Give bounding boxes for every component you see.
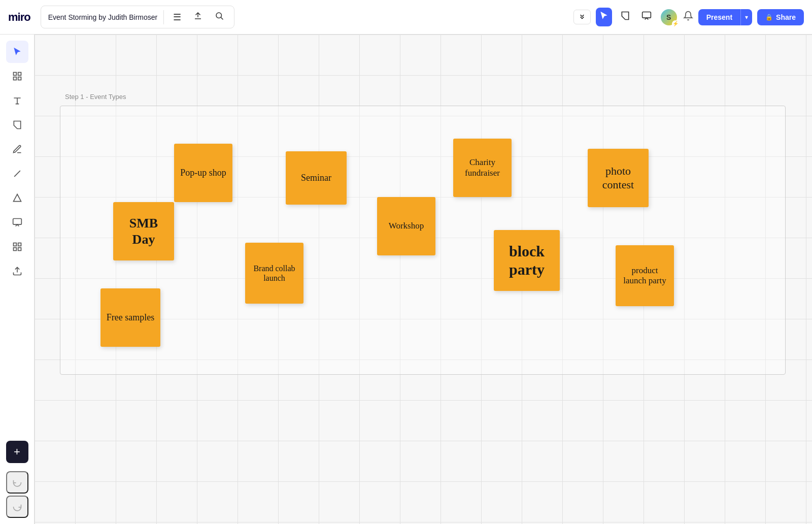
search-button[interactable] [212, 9, 227, 25]
present-group: Present ▾ [698, 9, 752, 25]
svg-point-0 [216, 13, 222, 18]
header-right: S Present ▾ Share [573, 8, 804, 26]
sticky-note-popup[interactable]: Pop-up shop [174, 144, 232, 202]
collapse-button[interactable] [573, 10, 591, 24]
sticky-note-seminar[interactable]: Seminar [286, 151, 347, 205]
menu-button[interactable]: ☰ [170, 10, 184, 25]
svg-rect-11 [13, 248, 16, 251]
sidebar: + [0, 35, 35, 524]
sidebar-item-upload[interactable] [6, 260, 28, 282]
sticky-note-workshop[interactable]: Workshop [377, 197, 435, 255]
document-title: Event Storming by Judith Birmoser [48, 13, 158, 21]
add-button[interactable]: + [6, 441, 28, 463]
svg-rect-12 [18, 248, 21, 251]
notifications-button[interactable] [683, 11, 693, 23]
section-label: Step 1 - Event Types [65, 93, 126, 101]
share-button[interactable]: Share [757, 9, 804, 25]
undo-button[interactable] [6, 471, 28, 494]
present-dropdown-button[interactable]: ▾ [740, 9, 752, 25]
sidebar-item-comment[interactable] [6, 211, 28, 234]
undo-redo-group [6, 471, 28, 518]
svg-rect-2 [642, 12, 651, 18]
user-avatar: S [660, 8, 678, 26]
svg-rect-9 [13, 243, 16, 246]
svg-rect-5 [13, 77, 16, 80]
svg-rect-3 [13, 73, 16, 76]
sticky-note-product[interactable]: product launch party [616, 245, 674, 306]
header: miro Event Storming by Judith Birmoser ☰… [0, 0, 812, 35]
chat-tool-button[interactable] [638, 8, 655, 26]
sidebar-item-frame[interactable] [6, 65, 28, 87]
svg-rect-8 [13, 219, 21, 225]
sidebar-item-shapes[interactable] [6, 187, 28, 209]
present-button[interactable]: Present [698, 9, 740, 25]
svg-line-7 [14, 171, 20, 177]
sticky-note-smb[interactable]: SMB Day [113, 202, 174, 260]
logo: miro [8, 11, 30, 24]
divider [163, 10, 164, 24]
canvas[interactable]: Step 1 - Event Types SMB Day Pop-up shop… [35, 35, 812, 524]
sidebar-item-text[interactable] [6, 89, 28, 112]
svg-rect-6 [18, 77, 21, 80]
svg-rect-10 [18, 243, 21, 246]
sidebar-item-sticky[interactable] [6, 114, 28, 136]
redo-button[interactable] [6, 496, 28, 518]
sticky-note-charity[interactable]: Charity fundraiser [453, 139, 512, 197]
sticky-tool-button[interactable] [617, 8, 633, 26]
upload-button[interactable] [190, 9, 206, 25]
sidebar-item-line[interactable] [6, 162, 28, 185]
sidebar-item-grid[interactable] [6, 236, 28, 258]
sidebar-item-cursor[interactable] [6, 41, 28, 63]
sticky-note-brand[interactable]: Brand collab launch [245, 243, 303, 304]
sidebar-item-pen[interactable] [6, 138, 28, 160]
sticky-note-free[interactable]: Free samples [100, 288, 160, 347]
title-area: Event Storming by Judith Birmoser ☰ [41, 6, 235, 28]
svg-rect-4 [18, 73, 21, 76]
svg-line-1 [221, 17, 223, 19]
sticky-note-photo[interactable]: photo contest [588, 149, 649, 207]
cursor-tool-button[interactable] [596, 8, 612, 26]
sticky-note-block[interactable]: block party [494, 230, 560, 291]
